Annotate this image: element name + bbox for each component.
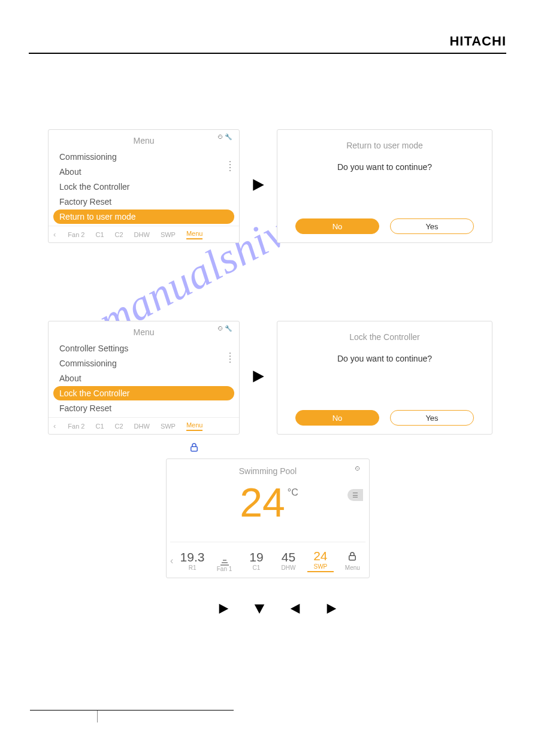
- chevron-left-icon[interactable]: ‹: [53, 230, 56, 239]
- home-title-text: Swimming Pool: [239, 466, 297, 476]
- home-tab-dhw[interactable]: 45 DHW: [276, 550, 301, 571]
- confirm-screen-2: Lock the Controller Do you want to conti…: [277, 321, 492, 435]
- footer-divider: [97, 711, 98, 722]
- home-tab-c1[interactable]: 19 C1: [243, 550, 269, 571]
- button-row: No Yes: [277, 218, 492, 234]
- tab-c2[interactable]: C2: [115, 423, 123, 430]
- svg-marker-6: [291, 604, 300, 614]
- home-tab-menu[interactable]: Menu: [340, 550, 365, 571]
- arrow-left-icon: [289, 602, 302, 618]
- title-text: Menu: [133, 136, 154, 145]
- home-tabs: ‹ 19.3 R1 Fan 1 19 C1 45 DHW 24 SWP Menu: [170, 542, 365, 575]
- svg-marker-0: [253, 179, 264, 191]
- tab-c1[interactable]: C1: [95, 423, 104, 430]
- tab-value: 45: [276, 550, 301, 564]
- schedule-icon: ⏲: [217, 325, 223, 332]
- arrow-down-icon: [253, 602, 266, 618]
- tab-label: R1: [179, 564, 205, 571]
- tab-swp[interactable]: SWP: [161, 423, 176, 430]
- tab-c1[interactable]: C1: [95, 231, 104, 238]
- menu-item-commissioning[interactable]: Commissioning: [53, 150, 234, 164]
- arrow-right-icon: [217, 602, 230, 618]
- tab-fan2[interactable]: Fan 2: [68, 423, 84, 430]
- svg-rect-3: [349, 555, 356, 560]
- menu-list: Commissioning About Lock the Controller …: [49, 150, 239, 224]
- chevron-left-icon[interactable]: ‹: [170, 555, 173, 566]
- tab-label: DHW: [276, 564, 301, 571]
- tab-fan2[interactable]: Fan 2: [68, 231, 84, 238]
- button-row: No Yes: [277, 410, 492, 426]
- fan-icon: [211, 549, 237, 566]
- tab-c2[interactable]: C2: [115, 231, 123, 238]
- screen-title: Menu ⏲ 🔧: [49, 130, 239, 149]
- svg-marker-7: [327, 604, 337, 614]
- temperature-unit: °C: [288, 487, 298, 497]
- row-2: Menu ⏲ 🔧 Controller Settings Commissioni…: [48, 321, 492, 435]
- menu-item-about[interactable]: About: [53, 371, 234, 385]
- confirm-message: Do you want to continue?: [277, 354, 492, 363]
- tab-label: C1: [243, 564, 269, 571]
- menu-list: Controller Settings Commissioning About …: [49, 341, 239, 415]
- home-screen: Swimming Pool ⏲ ☰ 24°C ‹ 19.3 R1 Fan 1 1…: [166, 459, 370, 578]
- screen-title: Menu ⏲ 🔧: [49, 321, 239, 341]
- menu-item-commissioning[interactable]: Commissioning: [53, 356, 234, 371]
- lock-icon: [340, 550, 365, 564]
- schedule-icon: ⏲: [217, 133, 223, 140]
- title-text: Menu: [133, 327, 154, 337]
- menu-item-factory-reset[interactable]: Factory Reset: [53, 401, 234, 415]
- yes-button[interactable]: Yes: [390, 218, 474, 234]
- tab-label: Menu: [340, 564, 365, 571]
- footer-rule: [30, 710, 234, 711]
- chevron-left-icon[interactable]: ‹: [53, 421, 56, 430]
- temperature-value: 24: [240, 479, 285, 525]
- arrow-right-icon: [250, 369, 266, 387]
- tab-value: 19.3: [179, 550, 205, 564]
- tab-value: 19: [243, 550, 269, 564]
- no-button[interactable]: No: [295, 410, 379, 426]
- menu-item-controller-settings[interactable]: Controller Settings: [53, 341, 234, 356]
- header-rule: [29, 53, 506, 54]
- bottom-tabs: ‹ Fan 2 C1 C2 DHW SWP Menu: [49, 417, 239, 434]
- svg-rect-2: [191, 447, 198, 451]
- menu-item-lock[interactable]: Lock the Controller: [53, 180, 234, 194]
- menu-item-return-user-mode[interactable]: Return to user mode: [53, 210, 234, 224]
- tab-label: Fan 1: [211, 566, 237, 572]
- row-1: Menu ⏲ 🔧 Commissioning About Lock the Co…: [48, 129, 492, 243]
- svg-marker-5: [255, 605, 265, 614]
- arrow-right-icon: [325, 602, 338, 618]
- menu-screen-1: Menu ⏲ 🔧 Commissioning About Lock the Co…: [48, 129, 240, 243]
- tab-dhw[interactable]: DHW: [134, 231, 150, 238]
- yes-button[interactable]: Yes: [390, 410, 474, 426]
- home-tab-fan1[interactable]: Fan 1: [211, 549, 237, 572]
- home-tab-r1[interactable]: 19.3 R1: [179, 550, 205, 571]
- schedule-icon: ⏲: [355, 465, 361, 472]
- wrench-icon: 🔧: [225, 133, 232, 140]
- tab-value: 24: [307, 549, 333, 563]
- lock-icon: [189, 442, 200, 455]
- tab-menu[interactable]: Menu: [186, 230, 203, 239]
- temperature-display: 24°C: [167, 482, 369, 523]
- tab-dhw[interactable]: DHW: [134, 423, 150, 430]
- confirm-title: Lock the Controller: [277, 321, 492, 347]
- arrow-right-icon: [250, 177, 266, 195]
- no-button[interactable]: No: [295, 218, 379, 234]
- svg-marker-1: [253, 371, 264, 382]
- scroll-dots-icon: [229, 353, 231, 363]
- brand-logo: HITACHI: [449, 34, 506, 49]
- status-icons: ⏲: [355, 465, 361, 472]
- tab-menu[interactable]: Menu: [186, 421, 203, 431]
- menu-screen-2: Menu ⏲ 🔧 Controller Settings Commissioni…: [48, 321, 240, 435]
- scroll-dots-icon: [229, 161, 231, 171]
- menu-item-factory-reset[interactable]: Factory Reset: [53, 195, 234, 209]
- direction-arrows: [217, 602, 338, 618]
- tab-swp[interactable]: SWP: [161, 231, 176, 238]
- bottom-tabs: ‹ Fan 2 C1 C2 DHW SWP Menu: [49, 226, 239, 242]
- home-tab-swp[interactable]: 24 SWP: [307, 549, 333, 572]
- home-title: Swimming Pool ⏲: [167, 459, 369, 478]
- confirm-title: Return to user mode: [277, 130, 492, 155]
- status-icons: ⏲ 🔧: [217, 133, 232, 140]
- confirm-message: Do you want to continue?: [277, 162, 492, 172]
- menu-item-lock[interactable]: Lock the Controller: [53, 386, 234, 400]
- status-icons: ⏲ 🔧: [217, 325, 232, 332]
- menu-item-about[interactable]: About: [53, 165, 234, 179]
